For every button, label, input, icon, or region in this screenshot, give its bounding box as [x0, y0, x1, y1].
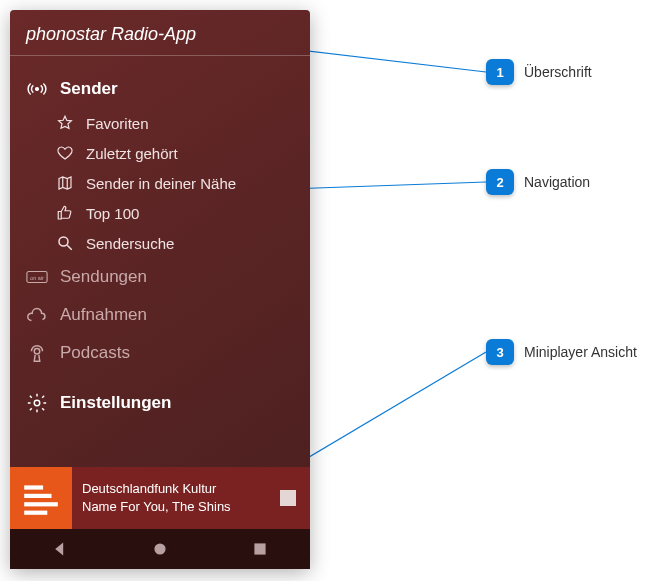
nav-group-label: Sender [60, 79, 118, 99]
callout-label: Navigation [524, 174, 590, 190]
svg-text:on air: on air [30, 275, 44, 281]
nav-group-einstellungen[interactable]: Einstellungen [10, 384, 310, 422]
callout-bubble: 3 [486, 339, 514, 365]
miniplayer-track: Name For You, The Shins [82, 498, 256, 516]
nav-item-label: Sendersuche [86, 235, 174, 252]
svg-point-14 [154, 543, 165, 554]
nav-item-top100[interactable]: Top 100 [10, 198, 310, 228]
nav-item-suche[interactable]: Sendersuche [10, 228, 310, 258]
nav-group-podcasts[interactable]: Podcasts [10, 334, 310, 372]
nav-group-sendungen[interactable]: on air Sendungen [10, 258, 310, 296]
nav-item-label: Zuletzt gehört [86, 145, 178, 162]
nav-item-favoriten[interactable]: Favoriten [10, 108, 310, 138]
navigation: Sender Favoriten Zuletzt gehört [10, 56, 310, 467]
svg-point-9 [34, 400, 40, 406]
svg-rect-15 [254, 543, 265, 554]
miniplayer-info: Deutschlandfunk Kultur Name For You, The… [72, 480, 266, 516]
svg-point-3 [36, 88, 39, 91]
cloud-icon [26, 304, 48, 326]
nav-item-label: Sender in deiner Nähe [86, 175, 236, 192]
gear-icon [26, 392, 48, 414]
heart-icon [56, 144, 74, 162]
star-icon [56, 114, 74, 132]
svg-rect-13 [24, 511, 47, 515]
back-button[interactable] [51, 540, 69, 558]
onair-icon: on air [26, 266, 48, 288]
antenna-icon [26, 78, 48, 100]
nav-item-label: Top 100 [86, 205, 139, 222]
nav-group-label: Aufnahmen [60, 305, 147, 325]
nav-item-naehe[interactable]: Sender in deiner Nähe [10, 168, 310, 198]
callout-2: 2 Navigation [486, 169, 590, 195]
callout-bubble: 2 [486, 169, 514, 195]
stop-icon [280, 490, 296, 506]
nav-group-label: Sendungen [60, 267, 147, 287]
miniplayer-artwork [10, 467, 72, 529]
svg-rect-10 [24, 502, 58, 506]
nav-group-label: Podcasts [60, 343, 130, 363]
miniplayer[interactable]: Deutschlandfunk Kultur Name For You, The… [10, 467, 310, 529]
android-nav-bar [10, 529, 310, 569]
podcast-icon [26, 342, 48, 364]
miniplayer-station: Deutschlandfunk Kultur [82, 480, 256, 498]
svg-point-8 [34, 348, 40, 354]
recents-button[interactable] [251, 540, 269, 558]
svg-point-4 [59, 237, 68, 246]
phone-screen: phonostar Radio-App Sender Favoriten [10, 10, 310, 569]
svg-line-5 [67, 245, 72, 250]
thumbs-up-icon [56, 204, 74, 222]
callout-label: Überschrift [524, 64, 592, 80]
map-icon [56, 174, 74, 192]
svg-rect-11 [24, 494, 51, 498]
callout-label: Miniplayer Ansicht [524, 344, 637, 360]
equalizer-icon [20, 477, 62, 519]
svg-rect-12 [24, 485, 43, 489]
search-icon [56, 234, 74, 252]
callout-1: 1 Überschrift [486, 59, 592, 85]
miniplayer-stop-button[interactable] [266, 490, 310, 506]
home-button[interactable] [151, 540, 169, 558]
app-title: phonostar Radio-App [10, 10, 310, 56]
nav-item-zuletzt[interactable]: Zuletzt gehört [10, 138, 310, 168]
nav-group-sender[interactable]: Sender [10, 70, 310, 108]
callout-3: 3 Miniplayer Ansicht [486, 339, 637, 365]
nav-group-label: Einstellungen [60, 393, 171, 413]
callout-bubble: 1 [486, 59, 514, 85]
nav-group-aufnahmen[interactable]: Aufnahmen [10, 296, 310, 334]
nav-item-label: Favoriten [86, 115, 149, 132]
